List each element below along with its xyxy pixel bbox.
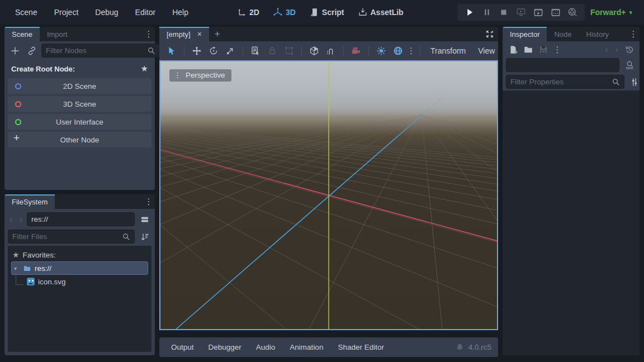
- clapper-dots-icon: [551, 7, 561, 17]
- group-button[interactable]: [281, 43, 297, 59]
- renderer-dropdown[interactable]: Forward+ ▾: [590, 0, 632, 25]
- globe-icon: [393, 46, 403, 56]
- editor-menu[interactable]: Editor: [128, 6, 163, 19]
- toggle-split-mode-button[interactable]: [138, 213, 151, 226]
- scene-tab-empty[interactable]: [empty] ×: [159, 27, 209, 41]
- resource-name-field[interactable]: [506, 58, 619, 72]
- rotate-icon: [209, 46, 219, 56]
- root-3d-scene-button[interactable]: 3D Scene: [8, 96, 151, 112]
- scene-menu[interactable]: Scene: [8, 6, 45, 19]
- 2d-axes-icon: [236, 7, 247, 17]
- resource-name-input[interactable]: [510, 61, 615, 69]
- caret-down-icon[interactable]: ▾: [14, 265, 20, 272]
- nav-forward-button[interactable]: ›: [17, 214, 24, 225]
- open-docs-button[interactable]: DOC: [622, 59, 636, 72]
- root-other-node-button[interactable]: + Other Node: [8, 132, 151, 147]
- transform-menu[interactable]: Transform: [425, 46, 471, 55]
- view-menu[interactable]: View: [472, 46, 500, 55]
- resource-menu-button[interactable]: ⋮: [551, 45, 564, 55]
- filter-nodes-input[interactable]: [46, 46, 145, 55]
- 3d-axes-icon: [273, 7, 283, 17]
- history-back-button[interactable]: ‹: [602, 44, 611, 55]
- lock-icon: [267, 46, 277, 56]
- edit-history-button[interactable]: [622, 43, 636, 56]
- tab-filesystem[interactable]: FileSystem: [4, 194, 55, 209]
- help-menu[interactable]: Help: [165, 6, 196, 19]
- root-2d-scene-button[interactable]: 2D Scene: [8, 78, 151, 94]
- panel-shader-editor-button[interactable]: Shader Editor: [333, 341, 389, 354]
- local-space-button[interactable]: [306, 43, 322, 59]
- panel-debugger-button[interactable]: Debugger: [203, 341, 247, 354]
- folder-row-res[interactable]: ▾ res://: [11, 261, 148, 275]
- panel-audio-button[interactable]: Audio: [251, 341, 281, 354]
- camera-preview-button[interactable]: [348, 43, 364, 59]
- distraction-free-button[interactable]: [481, 27, 498, 41]
- favorites-row[interactable]: ★ Favorites:: [9, 248, 150, 261]
- tab-history[interactable]: History: [579, 27, 616, 41]
- stop-button[interactable]: [496, 5, 511, 20]
- sun-toggle-button[interactable]: [373, 43, 389, 59]
- save-resource-button[interactable]: [536, 43, 550, 56]
- bell-icon[interactable]: [456, 343, 464, 351]
- workspace-2d-button[interactable]: 2D: [231, 5, 264, 20]
- lock-button[interactable]: [264, 43, 280, 59]
- remote-debug-button[interactable]: [514, 5, 528, 20]
- history-forward-button[interactable]: ›: [612, 44, 621, 55]
- nav-back-button[interactable]: ‹: [8, 214, 15, 225]
- movie-maker-button[interactable]: [565, 5, 580, 20]
- new-scene-tab-button[interactable]: +: [209, 27, 226, 41]
- vdots-icon: ⋮: [174, 71, 182, 79]
- filter-properties-input[interactable]: [510, 78, 609, 86]
- filter-properties-field[interactable]: [506, 75, 624, 89]
- workspace-3d-button[interactable]: 3D: [268, 5, 301, 20]
- file-row-icon-svg[interactable]: icon.svg: [9, 275, 150, 288]
- scale-tool-button[interactable]: [222, 43, 238, 59]
- load-resource-button[interactable]: [521, 43, 535, 56]
- add-node-button[interactable]: [8, 44, 22, 58]
- path-field[interactable]: [27, 212, 135, 226]
- pause-button[interactable]: [480, 5, 494, 20]
- panel-output-button[interactable]: Output: [166, 341, 199, 354]
- root-ui-scene-button[interactable]: User Interface: [8, 114, 151, 130]
- snap-button[interactable]: [323, 43, 339, 59]
- scene-dock-menu-button[interactable]: ⋮: [143, 27, 155, 41]
- tab-node[interactable]: Node: [547, 27, 579, 41]
- 3d-viewport[interactable]: ⋮ Perspective: [159, 60, 498, 330]
- play-custom-scene-button[interactable]: [548, 5, 563, 20]
- move-tool-button[interactable]: [189, 43, 205, 59]
- workspace-script-button[interactable]: Script: [304, 5, 349, 20]
- sort-files-button[interactable]: [138, 230, 151, 244]
- filter-files-input[interactable]: [12, 232, 120, 241]
- environment-toggle-button[interactable]: [390, 43, 406, 59]
- property-tools-button[interactable]: [627, 75, 641, 89]
- filesystem-dock: FileSystem ⋮ ‹ › ★ Favorites: ▾ res://: [4, 194, 155, 355]
- menu-group: Scene Project Debug Editor Help: [8, 0, 196, 25]
- preview-options-button[interactable]: ⋮: [407, 46, 415, 56]
- tab-inspector[interactable]: Inspector: [503, 27, 547, 41]
- tab-import[interactable]: Import: [40, 27, 75, 41]
- filter-files-field[interactable]: [8, 230, 135, 244]
- filter-nodes-field[interactable]: [41, 44, 160, 58]
- debug-menu[interactable]: Debug: [88, 6, 125, 19]
- select-tool-button[interactable]: [164, 43, 179, 59]
- filesystem-dock-menu-button[interactable]: ⋮: [143, 194, 155, 209]
- perspective-button[interactable]: ⋮ Perspective: [169, 69, 231, 82]
- tab-scene[interactable]: Scene: [4, 27, 40, 41]
- instance-scene-button[interactable]: [25, 44, 39, 58]
- star-icon[interactable]: ★: [141, 64, 148, 74]
- play-scene-button[interactable]: [531, 5, 546, 20]
- inspector-dock-menu-button[interactable]: ⋮: [627, 27, 640, 41]
- cube-icon: [309, 46, 319, 56]
- close-icon[interactable]: ×: [197, 30, 202, 39]
- play-button[interactable]: [462, 5, 477, 20]
- workspace-assetlib-button[interactable]: AssetLib: [353, 5, 409, 20]
- list-select-button[interactable]: [248, 43, 263, 59]
- new-resource-button[interactable]: [506, 43, 520, 56]
- project-menu[interactable]: Project: [47, 6, 86, 19]
- film-reel-icon: [567, 7, 577, 17]
- rotate-tool-button[interactable]: [206, 43, 221, 59]
- path-input[interactable]: [31, 215, 130, 223]
- new-file-icon: [508, 45, 518, 55]
- panel-animation-button[interactable]: Animation: [285, 341, 328, 354]
- monitor-play-icon: [516, 7, 526, 17]
